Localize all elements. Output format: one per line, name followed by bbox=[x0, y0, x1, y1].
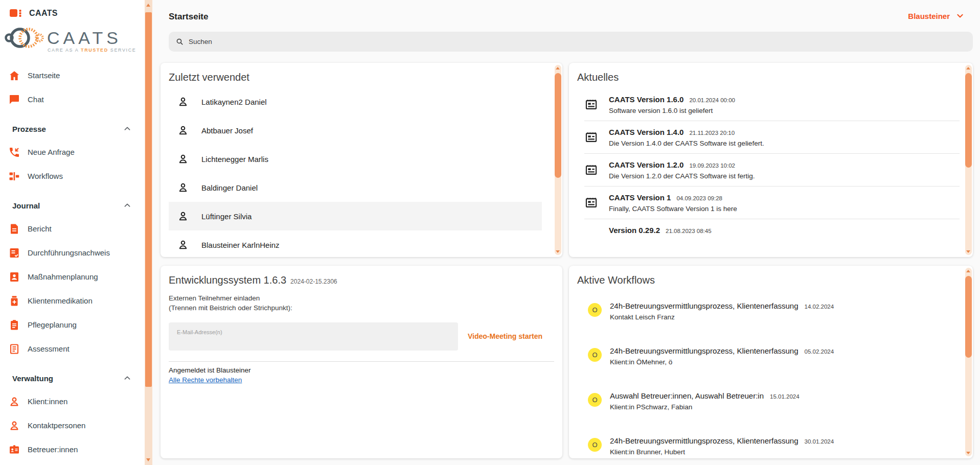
signed-in-text: Angemeldet ist Blausteiner bbox=[169, 366, 251, 374]
sidebar-item-label: Workflows bbox=[28, 172, 63, 180]
recent-name: Lüftinger Silvia bbox=[201, 212, 252, 221]
list-item[interactable]: Baldinger Daniel bbox=[169, 173, 542, 202]
workflows-scrollbar[interactable] bbox=[965, 268, 972, 456]
caats-logo: CAATS CARE AS A TRUSTED SERVICE bbox=[3, 25, 145, 56]
workflow-item[interactable]: O 24h-Betreuungsvermittlungsprozess, Kli… bbox=[588, 436, 960, 458]
sidebar-item-pflegeplanung[interactable]: Pflegeplanung bbox=[0, 313, 145, 337]
recent-scrollbar[interactable] bbox=[555, 65, 561, 255]
sidebar-item-label: Klient:innen bbox=[28, 397, 67, 406]
brand-row[interactable]: CAATS bbox=[0, 0, 145, 18]
news-item[interactable]: CAATS Version 1.4.0 21.11.2023 20:10 Die… bbox=[584, 121, 960, 154]
news-item[interactable]: CAATS Version 1.6.0 20.01.2024 00:00 Sof… bbox=[584, 88, 960, 121]
scrollbar-down-arrow[interactable] bbox=[146, 458, 150, 461]
sidebar-item-workflows[interactable]: Workflows bbox=[0, 164, 145, 188]
sidebar: CAATS CAATS CARE AS A TRUSTED SERVICE St… bbox=[0, 0, 145, 465]
workflow-subtitle: Klient:in Brunner, Hubert bbox=[610, 448, 834, 456]
user-name: Blausteiner bbox=[908, 12, 950, 20]
home-icon bbox=[8, 69, 20, 82]
list-item[interactable]: Latikaynen2 Daniel bbox=[169, 87, 542, 116]
scrollbar-up-arrow[interactable] bbox=[966, 270, 970, 272]
email-field-container bbox=[169, 322, 458, 351]
sidebar-item-bericht[interactable]: Bericht bbox=[0, 217, 145, 241]
news-item[interactable]: Version 0.29.2 21.08.2023 08:45 bbox=[584, 219, 960, 248]
sidebar-item-startseite[interactable]: Startseite bbox=[0, 63, 145, 87]
clipboard-icon bbox=[8, 319, 20, 331]
workflow-date: 15.01.2024 bbox=[770, 393, 800, 400]
news-item[interactable]: CAATS Version 1 04.09.2023 09:28 Finally… bbox=[584, 187, 960, 219]
workflow-date: 14.02.2024 bbox=[805, 304, 834, 310]
sidebar-item-klientinnen[interactable]: Klient:innen bbox=[0, 389, 145, 413]
start-video-meeting-button[interactable]: Video-Meeting starten bbox=[468, 332, 542, 340]
logo-tagline-accent: TRUSTED bbox=[81, 48, 108, 53]
logo-tagline-post: SERVICE bbox=[108, 48, 136, 53]
sidebar-item-label: Startseite bbox=[28, 71, 60, 80]
news-desc: Die Version 1.2.0 der CAATS Software ist… bbox=[609, 172, 755, 180]
user-menu[interactable]: Blausteiner bbox=[908, 11, 965, 20]
sidebar-item-klientenmedikation[interactable]: Klientenmedikation bbox=[0, 289, 145, 313]
scrollbar-up-arrow[interactable] bbox=[556, 67, 560, 69]
sidebar-item-durchfuehrungsnachweis[interactable]: Durchführungsnachweis bbox=[0, 241, 145, 265]
sidebar-item-neue-anfrage[interactable]: Neue Anfrage bbox=[0, 140, 145, 164]
status-badge: O bbox=[588, 438, 602, 452]
sidebar-item-label: Klientenmedikation bbox=[28, 296, 93, 305]
status-badge: O bbox=[588, 393, 602, 407]
medication-icon bbox=[8, 295, 20, 307]
recent-card-title: Zuletzt verwendet bbox=[161, 63, 562, 83]
brand-name: CAATS bbox=[29, 9, 58, 18]
sidebar-section-verwaltung[interactable]: Verwaltung bbox=[0, 367, 145, 389]
scrollbar-up-arrow[interactable] bbox=[146, 4, 150, 7]
scrollbar-down-arrow[interactable] bbox=[556, 250, 560, 253]
document-icon bbox=[8, 223, 20, 235]
list-item[interactable]: Lichtenegger Marlis bbox=[169, 145, 542, 173]
status-badge: O bbox=[588, 303, 602, 317]
person-icon bbox=[177, 239, 189, 251]
search-bar[interactable] bbox=[169, 32, 973, 52]
sidebar-item-chat[interactable]: Chat bbox=[0, 87, 145, 111]
page-scrollbar[interactable] bbox=[145, 0, 152, 465]
logo-text: CAATS bbox=[47, 28, 122, 48]
workflow-title: 24h-Betreuungsvermittlungsprozess, Klien… bbox=[610, 346, 799, 355]
recent-name: Latikaynen2 Daniel bbox=[201, 98, 267, 106]
list-item[interactable]: Abtbauer Josef bbox=[169, 116, 542, 145]
workflow-item[interactable]: O 24h-Betreuungsvermittlungsprozess, Kli… bbox=[588, 346, 960, 391]
rights-link[interactable]: Alle Rechte vorbehalten bbox=[169, 376, 242, 384]
person-card-icon bbox=[8, 271, 20, 283]
sidebar-item-assessment[interactable]: Assessment bbox=[0, 337, 145, 361]
search-input[interactable] bbox=[188, 37, 966, 46]
news-icon bbox=[584, 130, 598, 144]
section-label: Journal bbox=[12, 201, 40, 210]
scrollbar-thumb[interactable] bbox=[145, 12, 152, 387]
sidebar-item-label: Betreuer:innen bbox=[28, 445, 78, 454]
list-item[interactable]: Blausteiner KarlnHeinz bbox=[169, 230, 542, 257]
workflow-title: 24h-Betreuungsvermittlungsprozess, Klien… bbox=[610, 301, 799, 310]
scrollbar-thumb[interactable] bbox=[555, 73, 561, 178]
sidebar-section-prozesse[interactable]: Prozesse bbox=[0, 118, 145, 140]
sidebar-item-massnahmenplanung[interactable]: Maßnahmenplanung bbox=[0, 265, 145, 289]
sidebar-item-label: Assessment bbox=[28, 344, 70, 353]
scrollbar-down-arrow[interactable] bbox=[966, 250, 970, 253]
news-title: CAATS Version 1.4.0 bbox=[609, 128, 683, 136]
person-icon bbox=[177, 181, 189, 194]
workflows-card-title: Aktive Workflows bbox=[569, 266, 973, 286]
scrollbar-thumb[interactable] bbox=[965, 73, 972, 168]
divider bbox=[169, 361, 554, 362]
workflow-item[interactable]: O Auswahl Betreuer:innen, Auswahl Betreu… bbox=[588, 391, 960, 436]
news-scrollbar[interactable] bbox=[965, 65, 972, 255]
sidebar-item-betreuerinnen[interactable]: Betreuer:innen bbox=[0, 437, 145, 461]
scrollbar-thumb[interactable] bbox=[965, 276, 972, 358]
scrollbar-down-arrow[interactable] bbox=[966, 452, 970, 454]
chevron-up-icon bbox=[122, 124, 132, 134]
news-list: CAATS Version 1.6.0 20.01.2024 00:00 Sof… bbox=[584, 88, 960, 248]
news-date: 04.09.2023 09:28 bbox=[676, 195, 722, 201]
sidebar-section-journal[interactable]: Journal bbox=[0, 194, 145, 217]
news-desc: Software version 1.6.0 ist geliefert bbox=[609, 107, 735, 114]
sidebar-item-kontaktpersonen[interactable]: Kontaktpersonen bbox=[0, 413, 145, 437]
email-field[interactable] bbox=[169, 322, 458, 351]
search-icon bbox=[175, 37, 184, 46]
section-label: Prozesse bbox=[12, 125, 46, 133]
news-item[interactable]: CAATS Version 1.2.0 19.09.2023 10:02 Die… bbox=[584, 154, 960, 187]
workflow-item[interactable]: O 24h-Betreuungsvermittlungsprozess, Kli… bbox=[588, 301, 960, 346]
status-badge: O bbox=[588, 348, 602, 362]
scrollbar-up-arrow[interactable] bbox=[966, 67, 970, 69]
list-item-highlighted[interactable]: Lüftinger Silvia bbox=[169, 202, 542, 230]
